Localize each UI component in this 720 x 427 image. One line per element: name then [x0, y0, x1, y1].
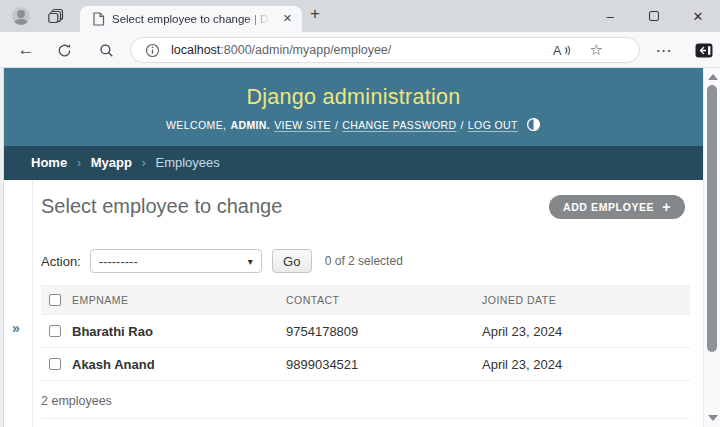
- window-left-edge: [0, 68, 4, 427]
- edge-sidebar-icon[interactable]: [690, 32, 718, 68]
- employee-contact: 9754178809: [283, 324, 479, 339]
- view-site-link[interactable]: VIEW SITE: [274, 119, 331, 131]
- column-header-contact[interactable]: CONTACT: [283, 294, 479, 306]
- svg-text:A: A: [553, 44, 562, 58]
- vertical-scrollbar[interactable]: [703, 68, 720, 427]
- add-employee-button[interactable]: ADD EMPLOYEE +: [549, 195, 685, 219]
- change-password-link[interactable]: CHANGE PASSWORD: [342, 119, 456, 131]
- action-select[interactable]: --------- ▾: [90, 249, 262, 273]
- column-header-joined-date[interactable]: JOINED DATE: [479, 294, 690, 306]
- site-title[interactable]: Django administration: [4, 85, 703, 110]
- breadcrumb: Home › Myapp › Employees: [4, 146, 703, 180]
- changelist-main: Select employee to change ADD EMPLOYEE +…: [34, 180, 703, 427]
- result-count: 2 employees: [41, 394, 690, 408]
- tab-title: Select employee to change | Djan: [112, 13, 270, 25]
- username: ADMIN.: [230, 119, 270, 131]
- sidebar-expand-toggle[interactable]: »: [12, 320, 20, 336]
- table-header-row: EMPNAME CONTACT JOINED DATE: [41, 285, 690, 315]
- breadcrumb-separator: ›: [77, 155, 81, 170]
- profile-avatar-icon[interactable]: [12, 7, 30, 25]
- url-text[interactable]: localhost:8000/admin/myapp/employee/: [171, 43, 391, 57]
- back-button[interactable]: ←: [12, 32, 40, 68]
- scroll-up-icon[interactable]: [708, 74, 718, 80]
- breadcrumb-current: Employees: [155, 155, 219, 170]
- read-aloud-icon[interactable]: A: [553, 43, 571, 58]
- table-row: Bharathi Rao 9754178809 April 23, 2024: [41, 315, 690, 348]
- scrollbar-thumb[interactable]: [707, 85, 717, 352]
- go-button[interactable]: Go: [272, 249, 312, 273]
- page-favicon-icon: [92, 12, 105, 26]
- search-icon[interactable]: [92, 32, 120, 68]
- row-checkbox[interactable]: [49, 358, 61, 370]
- breadcrumb-separator: ›: [142, 155, 146, 170]
- workspaces-icon[interactable]: [48, 8, 64, 24]
- action-selected-value: ---------: [99, 254, 138, 269]
- refresh-button[interactable]: [50, 32, 78, 68]
- window-minimize-button[interactable]: –: [588, 0, 632, 32]
- page-title: Select employee to change: [41, 195, 282, 217]
- user-tools: WELCOME, ADMIN. VIEW SITE / CHANGE PASSW…: [4, 117, 703, 132]
- select-all-checkbox[interactable]: [49, 294, 61, 306]
- browser-toolbar: ← localhost:8000/admin/myapp/employee/: [0, 32, 720, 68]
- window-close-button[interactable]: ✕: [676, 0, 720, 32]
- window-maximize-button[interactable]: [632, 0, 676, 32]
- breadcrumb-myapp-link[interactable]: Myapp: [91, 155, 132, 170]
- employee-table: EMPNAME CONTACT JOINED DATE Bharathi Rao…: [41, 285, 690, 381]
- welcome-text: WELCOME,: [166, 119, 226, 131]
- favorite-star-icon[interactable]: ☆: [590, 41, 603, 59]
- employee-joined-date: April 23, 2024: [479, 357, 690, 372]
- browser-tab[interactable]: Select employee to change | Djan ✕: [80, 6, 302, 32]
- employee-contact: 9899034521: [283, 357, 479, 372]
- table-row: Akash Anand 9899034521 April 23, 2024: [41, 348, 690, 381]
- plus-icon: +: [662, 199, 671, 215]
- scroll-down-icon[interactable]: [708, 415, 718, 421]
- selection-counter: 0 of 2 selected: [325, 254, 403, 268]
- chevron-down-icon: ▾: [248, 256, 253, 267]
- actions-row: Action: --------- ▾ Go 0 of 2 selected: [41, 249, 690, 273]
- add-employee-label: ADD EMPLOYEE: [563, 201, 654, 213]
- django-admin-header: Django administration WELCOME, ADMIN. VI…: [4, 68, 703, 146]
- action-label: Action:: [41, 254, 81, 269]
- theme-toggle-icon[interactable]: [526, 117, 541, 132]
- row-checkbox[interactable]: [49, 325, 61, 337]
- employee-joined-date: April 23, 2024: [479, 324, 690, 339]
- tab-close-icon[interactable]: ✕: [283, 12, 292, 25]
- separator: /: [461, 119, 464, 131]
- column-header-empname[interactable]: EMPNAME: [69, 294, 283, 306]
- new-tab-button[interactable]: +: [310, 4, 320, 24]
- nav-sidebar-collapsed: »: [4, 180, 33, 427]
- site-info-icon[interactable]: [145, 43, 160, 58]
- browser-titlebar: Select employee to change | Djan ✕ + – ✕: [0, 0, 720, 32]
- breadcrumb-home-link[interactable]: Home: [31, 155, 67, 170]
- log-out-link[interactable]: LOG OUT: [468, 119, 518, 131]
- browser-window: Select employee to change | Djan ✕ + – ✕…: [0, 0, 720, 427]
- employee-name-link[interactable]: Bharathi Rao: [69, 324, 283, 339]
- address-bar[interactable]: localhost:8000/admin/myapp/employee/ A ☆: [130, 37, 640, 63]
- maximize-icon: [649, 11, 659, 21]
- footer-divider: [41, 418, 690, 419]
- settings-more-icon[interactable]: ⋯: [650, 32, 678, 68]
- employee-name-link[interactable]: Akash Anand: [69, 357, 283, 372]
- separator: /: [335, 119, 338, 131]
- url-path: :8000/admin/myapp/employee/: [220, 43, 391, 57]
- url-host: localhost: [171, 43, 220, 57]
